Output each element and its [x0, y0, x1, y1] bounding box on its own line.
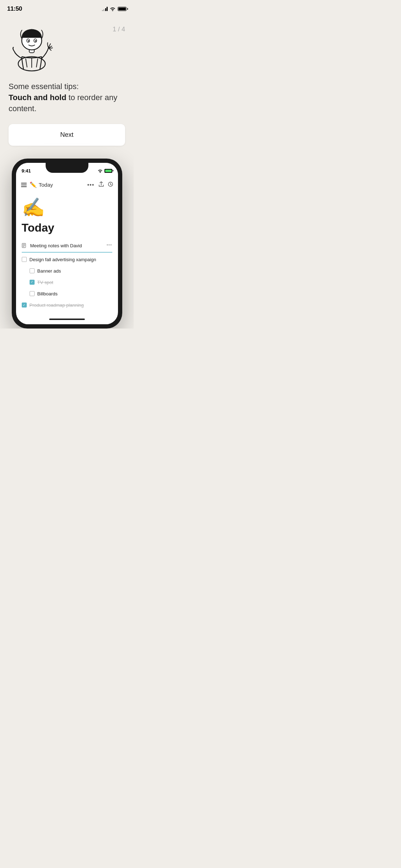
- history-icon[interactable]: [108, 182, 113, 188]
- list-item: Meeting notes with David •••: [22, 240, 112, 252]
- task-text: Billboards: [37, 291, 112, 297]
- phone-mockup: 9:41 ✏️ Tod: [12, 159, 122, 328]
- battery-icon: [118, 7, 127, 11]
- note-icon: [22, 243, 27, 249]
- list-item: TV spot: [22, 277, 112, 288]
- phone-battery-icon: [104, 169, 112, 173]
- app-header: ✏️ Today •••: [16, 179, 118, 191]
- wifi-icon: [110, 7, 115, 11]
- status-bar: 11:50: [0, 0, 134, 16]
- app-header-left: ✏️ Today: [21, 181, 53, 188]
- task-checkbox[interactable]: [30, 268, 35, 273]
- phone-status-time: 9:41: [22, 168, 31, 174]
- list-item: Billboards: [22, 288, 112, 300]
- more-options-icon[interactable]: •••: [87, 182, 94, 188]
- task-list: Meeting notes with David ••• Design fall…: [22, 240, 112, 311]
- tip-bold: Touch and hold: [9, 93, 66, 102]
- app-title: Today: [39, 182, 53, 188]
- task-text: Design fall advertising xampaign: [30, 257, 112, 263]
- today-title: Today: [22, 221, 112, 234]
- svg-point-5: [28, 40, 29, 42]
- status-icons: [102, 7, 127, 11]
- phone-mockup-wrapper: 9:41 ✏️ Tod: [0, 159, 134, 328]
- phone-screen: 9:41 ✏️ Tod: [16, 163, 118, 324]
- writing-hand-emoji: ✍️: [22, 197, 112, 218]
- tip-intro: Some essential tips:: [9, 82, 79, 91]
- phone-status-right: [98, 169, 112, 173]
- next-button[interactable]: Next: [9, 124, 125, 146]
- task-text: Banner ads: [37, 268, 112, 274]
- phone-notch: [46, 163, 88, 173]
- home-bar: [49, 319, 85, 320]
- svg-point-6: [35, 40, 36, 42]
- list-item: Product roadmap planning: [22, 300, 112, 311]
- app-body: ✍️ Today Meeting notes with David ••: [16, 191, 118, 315]
- task-menu-icon[interactable]: •••: [107, 243, 112, 248]
- share-icon[interactable]: [99, 181, 104, 188]
- illustration-row: 1 / 4: [9, 23, 125, 73]
- page-counter: 1 / 4: [113, 23, 125, 33]
- task-checkbox[interactable]: [30, 291, 35, 296]
- task-checkbox[interactable]: [30, 280, 35, 285]
- task-text: TV spot: [37, 279, 112, 286]
- character-illustration: [9, 23, 58, 73]
- app-header-right: •••: [87, 181, 113, 188]
- task-checkbox[interactable]: [22, 257, 27, 262]
- task-checkbox[interactable]: [22, 303, 27, 308]
- task-text: Meeting notes with David: [30, 243, 104, 249]
- status-time: 11:50: [7, 5, 22, 12]
- main-content: 1 / 4 Some essential tips: Touch and hol…: [0, 16, 134, 146]
- task-text: Product roadmap planning: [30, 302, 112, 309]
- tip-text: Some essential tips: Touch and hold to r…: [9, 81, 125, 114]
- list-item: Design fall advertising xampaign: [22, 254, 112, 265]
- app-title-area: ✏️ Today: [30, 181, 53, 188]
- home-indicator: [16, 316, 118, 324]
- signal-icon: [102, 7, 108, 11]
- hamburger-icon[interactable]: [21, 183, 27, 187]
- list-item: Banner ads: [22, 265, 112, 277]
- pencil-emoji: ✏️: [30, 181, 37, 188]
- phone-wifi-icon: [98, 169, 103, 173]
- phone-notch-area: 9:41: [16, 163, 118, 179]
